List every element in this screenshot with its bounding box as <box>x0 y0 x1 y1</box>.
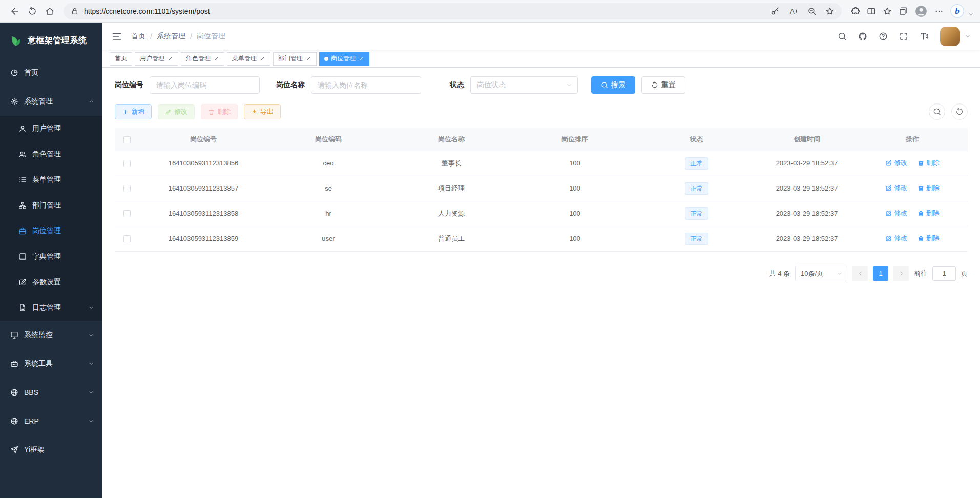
tab-home[interactable]: 首页 <box>110 52 132 66</box>
post-id-input[interactable] <box>150 76 260 94</box>
status-select[interactable]: 岗位状态 <box>470 76 578 94</box>
post-name-input[interactable] <box>311 76 421 94</box>
chevron-down-icon <box>837 271 843 277</box>
table-row[interactable]: 1641030593112313858 hr 人力资源 100 正常 2023-… <box>115 201 968 226</box>
row-delete-button[interactable]: 删除 <box>918 209 940 218</box>
user-avatar[interactable] <box>940 27 960 46</box>
browser-address-bar[interactable]: https://ccnetcore.com:1101/system/post A <box>64 3 842 19</box>
tab-user-management[interactable]: 用户管理 <box>135 52 178 66</box>
export-button[interactable]: 导出 <box>244 104 281 119</box>
row-checkbox[interactable] <box>123 185 131 192</box>
show-search-toggle-button[interactable] <box>929 103 945 120</box>
zoom-out-icon[interactable] <box>807 7 817 16</box>
row-edit-button[interactable]: 修改 <box>885 234 907 243</box>
add-favorite-star-icon[interactable] <box>825 7 835 16</box>
dashboard-icon <box>10 69 18 77</box>
browser-menu-dots-icon[interactable] <box>934 7 944 16</box>
sidebar-item-menu-management[interactable]: 菜单管理 <box>0 167 102 193</box>
help-question-icon[interactable] <box>879 32 888 41</box>
sidebar-item-home[interactable]: 首页 <box>0 58 102 87</box>
sidebar-item-post-management[interactable]: 岗位管理 <box>0 218 102 244</box>
tab-menu-management[interactable]: 菜单管理 <box>227 52 270 66</box>
tab-post-management[interactable]: 岗位管理 <box>319 52 369 66</box>
sidebar-item-system-management[interactable]: 系统管理 <box>0 87 102 116</box>
cell-post-name: 董事长 <box>389 151 513 176</box>
sidebar-item-bbs[interactable]: BBS <box>0 378 102 407</box>
favorites-bar-star-icon[interactable] <box>883 7 892 16</box>
table-tools <box>929 103 968 120</box>
sidebar-item-user-management[interactable]: 用户管理 <box>0 116 102 141</box>
sidebar-item-role-management[interactable]: 角色管理 <box>0 141 102 167</box>
sidebar-item-dictionary-management[interactable]: 字典管理 <box>0 244 102 269</box>
url-text[interactable]: https://ccnetcore.com:1101/system/post <box>84 7 770 15</box>
tab-close-icon[interactable] <box>213 56 219 62</box>
github-icon[interactable] <box>858 32 867 41</box>
row-delete-button[interactable]: 删除 <box>918 234 940 243</box>
font-size-icon[interactable] <box>920 32 929 41</box>
tab-close-icon[interactable] <box>358 56 364 62</box>
edit-button[interactable]: 修改 <box>158 104 195 119</box>
avatar-caret-down-icon[interactable] <box>965 33 971 39</box>
tab-department-management[interactable]: 部门管理 <box>273 52 317 66</box>
delete-button[interactable]: 删除 <box>201 104 238 119</box>
row-checkbox[interactable] <box>123 160 131 167</box>
sidebar-item-erp[interactable]: ERP <box>0 407 102 435</box>
add-button[interactable]: 新增 <box>115 104 152 119</box>
cell-post-code: hr <box>267 201 389 226</box>
browser-profile-avatar[interactable] <box>914 5 928 18</box>
fullscreen-icon[interactable] <box>899 32 908 41</box>
row-delete-button[interactable]: 删除 <box>918 183 940 193</box>
bing-copilot-icon[interactable]: b <box>950 4 964 18</box>
row-edit-button[interactable]: 修改 <box>885 158 907 168</box>
sidebar-item-parameter-settings[interactable]: 参数设置 <box>0 269 102 295</box>
split-screen-icon[interactable] <box>867 7 876 16</box>
password-key-icon[interactable] <box>770 7 780 16</box>
sidebar-item-department-management[interactable]: 部门管理 <box>0 193 102 218</box>
read-aloud-icon[interactable]: A <box>788 6 799 16</box>
reset-button[interactable]: 重置 <box>641 76 685 94</box>
row-checkbox[interactable] <box>123 210 131 217</box>
status-badge: 正常 <box>685 207 708 220</box>
row-edit-button[interactable]: 修改 <box>885 183 907 193</box>
sidebar-item-system-monitoring[interactable]: 系统监控 <box>0 321 102 349</box>
browser-back-button[interactable] <box>6 3 24 20</box>
breadcrumb-home[interactable]: 首页 <box>131 32 145 41</box>
browser-toolbar: https://ccnetcore.com:1101/system/post A… <box>0 0 980 23</box>
sidebar-toggle-button[interactable] <box>112 31 122 41</box>
table-row[interactable]: 1641030593112313859 user 普通员工 100 正常 202… <box>115 226 968 251</box>
select-all-checkbox[interactable] <box>123 136 131 143</box>
page-size-select[interactable]: 10条/页 <box>795 266 847 281</box>
sidebar-item-system-tools[interactable]: 系统工具 <box>0 349 102 378</box>
search-icon[interactable] <box>838 32 847 41</box>
copilot-caret-down-icon[interactable] <box>968 11 974 17</box>
tab-close-icon[interactable] <box>167 56 173 62</box>
prev-page-button[interactable] <box>852 266 868 281</box>
search-icon <box>933 108 941 116</box>
tab-role-management[interactable]: 角色管理 <box>181 52 224 66</box>
collections-icon[interactable] <box>899 7 908 16</box>
page-number-button[interactable]: 1 <box>873 266 888 281</box>
goto-page-input[interactable] <box>932 266 956 281</box>
col-created-at: 创建时间 <box>757 128 857 151</box>
extensions-puzzle-icon[interactable] <box>851 7 860 16</box>
breadcrumb-system[interactable]: 系统管理 <box>157 32 185 41</box>
tab-close-icon[interactable] <box>259 56 265 62</box>
sidebar-submenu-system: 用户管理 角色管理 菜单管理 部门管理 岗位管理 <box>0 116 102 321</box>
row-delete-button[interactable]: 删除 <box>918 158 940 168</box>
refresh-table-button[interactable] <box>951 103 968 120</box>
sidebar-item-yi-framework[interactable]: Yi框架 <box>0 435 102 464</box>
table-row[interactable]: 1641030593112313857 se 项目经理 100 正常 2023-… <box>115 176 968 201</box>
sidebar-item-label: 系统管理 <box>24 97 53 106</box>
table-row[interactable]: 1641030593112313856 ceo 董事长 100 正常 2023-… <box>115 151 968 176</box>
tab-close-icon[interactable] <box>305 56 311 62</box>
row-checkbox[interactable] <box>123 235 131 242</box>
browser-home-button[interactable] <box>41 3 58 20</box>
page-size-value: 10条/页 <box>801 269 823 278</box>
browser-refresh-button[interactable] <box>24 3 41 20</box>
row-edit-button[interactable]: 修改 <box>885 209 907 218</box>
search-button[interactable]: 搜索 <box>591 76 635 94</box>
sidebar-item-log-management[interactable]: 日志管理 <box>0 295 102 321</box>
table-header-row: 岗位编号 岗位编码 岗位名称 岗位排序 状态 创建时间 操作 <box>115 128 968 151</box>
sidebar-item-label: 参数设置 <box>32 278 61 287</box>
next-page-button[interactable] <box>893 266 909 281</box>
